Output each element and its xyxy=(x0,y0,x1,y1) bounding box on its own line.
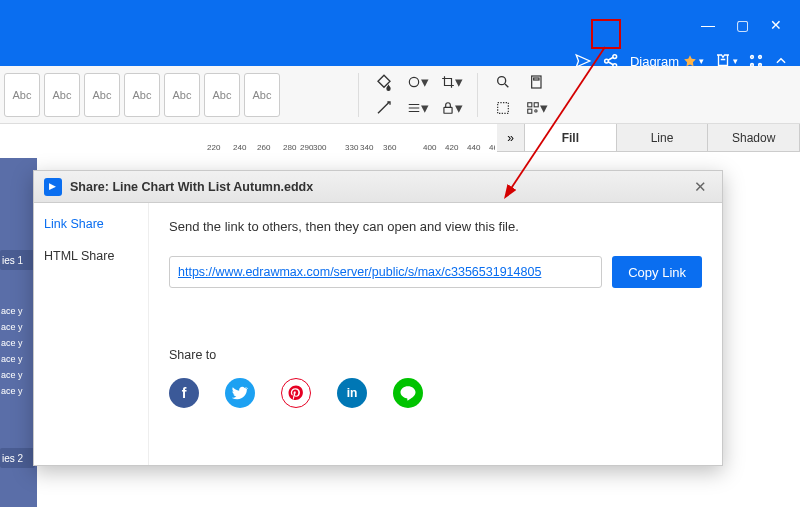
social-row: f in xyxy=(169,378,702,408)
list-item: ace y xyxy=(0,338,35,354)
top-menu: Diagram ▾ ▾ xyxy=(0,50,800,66)
share-dialog: Share: Line Chart With List Autumn.eddx … xyxy=(33,170,723,466)
share-to-label: Share to xyxy=(169,348,702,362)
apps-icon[interactable] xyxy=(748,50,764,72)
close-window-button[interactable]: ✕ xyxy=(766,18,786,32)
share-url-box[interactable]: https://www.edrawmax.com/server/public/s… xyxy=(169,256,602,288)
collapse-panel-icon[interactable] xyxy=(774,50,788,72)
facebook-icon[interactable]: f xyxy=(169,378,199,408)
line-tool-icon[interactable] xyxy=(373,98,395,118)
theme-icon[interactable]: ▾ xyxy=(714,50,738,72)
svg-rect-12 xyxy=(534,78,539,80)
layout-icon[interactable]: ▾ xyxy=(526,98,548,118)
share-url-link[interactable]: https://www.edrawmax.com/server/public/s… xyxy=(178,265,541,279)
sidepanel-toggle[interactable]: » xyxy=(497,124,525,151)
formatting-toolbar: Abc Abc Abc Abc Abc Abc Abc ▾ ▾ ▾ ▾ ▾ xyxy=(0,66,800,124)
list-item: ace y xyxy=(0,386,35,402)
svg-rect-8 xyxy=(444,107,452,113)
dialog-title: Share: Line Chart With List Autumn.eddx xyxy=(70,180,313,194)
link-share-tab[interactable]: Link Share xyxy=(44,217,138,231)
page-icon[interactable] xyxy=(526,72,548,92)
linkedin-icon[interactable]: in xyxy=(337,378,367,408)
line-icon[interactable] xyxy=(393,378,423,408)
list-item: ace y xyxy=(0,370,35,386)
dialog-sidebar: Link Share HTML Share xyxy=(34,203,149,465)
html-share-tab[interactable]: HTML Share xyxy=(44,249,138,263)
dialog-main: Send the link to others, then they can o… xyxy=(149,203,722,465)
maximize-button[interactable]: ▢ xyxy=(732,18,752,32)
tab-shadow[interactable]: Shadow xyxy=(708,124,800,151)
side-panel-tabs: » Fill Line Shadow xyxy=(497,124,800,152)
svg-point-4 xyxy=(759,56,762,59)
series-2-chip[interactable]: ies 2 xyxy=(0,448,35,468)
series-1-chip[interactable]: ies 1 xyxy=(0,250,35,270)
line-style-icon[interactable]: ▾ xyxy=(407,98,429,118)
search-icon[interactable] xyxy=(492,72,514,92)
svg-point-16 xyxy=(535,109,537,111)
style-preset[interactable]: Abc xyxy=(204,73,240,117)
crop-tool-icon[interactable]: ▾ xyxy=(441,72,463,92)
share-message: Send the link to others, then they can o… xyxy=(169,219,702,234)
style-preset[interactable]: Abc xyxy=(164,73,200,117)
svg-point-3 xyxy=(751,56,754,59)
style-preset[interactable]: Abc xyxy=(44,73,80,117)
svg-point-9 xyxy=(498,76,506,84)
canvas-left-panel: ies 1 ace y ace y ace y ace y ace y ace … xyxy=(0,158,37,507)
svg-point-6 xyxy=(759,64,762,67)
svg-point-7 xyxy=(409,77,418,86)
style-preset[interactable]: Abc xyxy=(84,73,120,117)
style-preset[interactable]: Abc xyxy=(124,73,160,117)
shape-tool-icon[interactable]: ▾ xyxy=(407,72,429,92)
copy-link-button[interactable]: Copy Link xyxy=(612,256,702,288)
dialog-header: Share: Line Chart With List Autumn.eddx … xyxy=(34,171,722,203)
style-preset-group: Abc Abc Abc Abc Abc Abc Abc xyxy=(4,73,280,117)
list-item: ace y xyxy=(0,354,35,370)
minimize-button[interactable]: — xyxy=(698,18,718,32)
dialog-close-button[interactable]: ✕ xyxy=(688,178,712,196)
diagram-label: Diagram xyxy=(630,54,679,69)
style-preset[interactable]: Abc xyxy=(4,73,40,117)
dialog-body: Link Share HTML Share Send the link to o… xyxy=(34,203,722,465)
svg-rect-14 xyxy=(534,102,538,106)
svg-rect-13 xyxy=(528,102,532,106)
diagram-menu[interactable]: Diagram ▾ xyxy=(630,50,704,72)
style-preset[interactable]: Abc xyxy=(244,73,280,117)
send-icon[interactable] xyxy=(574,50,592,72)
list-item: ace y xyxy=(0,306,35,322)
select-icon[interactable] xyxy=(492,98,514,118)
lock-tool-icon[interactable]: ▾ xyxy=(441,98,463,118)
svg-rect-10 xyxy=(498,102,509,113)
tab-line[interactable]: Line xyxy=(617,124,709,151)
horizontal-ruler: 220 240 260 280 290 300 330 340 360 400 … xyxy=(205,142,495,158)
title-bar: — ▢ ✕ xyxy=(0,0,800,50)
twitter-icon[interactable] xyxy=(225,378,255,408)
app-logo-icon xyxy=(44,178,62,196)
tab-fill[interactable]: Fill xyxy=(525,124,617,151)
share-icon[interactable] xyxy=(602,50,620,72)
list-item: ace y xyxy=(0,322,35,338)
pinterest-icon[interactable] xyxy=(281,378,311,408)
svg-rect-15 xyxy=(528,109,532,113)
svg-point-5 xyxy=(751,64,754,67)
fill-tool-icon[interactable] xyxy=(373,72,395,92)
placeholder-rows: ace y ace y ace y ace y ace y ace y xyxy=(0,306,35,402)
link-row: https://www.edrawmax.com/server/public/s… xyxy=(169,256,702,288)
